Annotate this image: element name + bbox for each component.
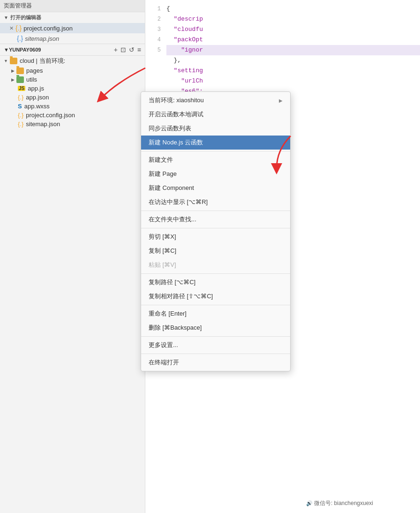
tree-label-pages: pages [26,67,43,74]
line-num-7 [145,66,166,76]
menu-item-copy[interactable]: 复制 [⌘C] [141,244,290,258]
line-num-3: 3 [145,24,166,35]
line-content-2: "descrip [166,14,420,24]
close-icon[interactable]: ✕ [9,25,14,31]
folder-icon-pages [16,68,24,74]
submenu-arrow-icon: ▶ [279,98,283,103]
line-num-2: 2 [145,14,166,24]
editor-item-sitemap[interactable]: {.} sitemap.json [0,33,145,44]
code-line-1: 1 { [145,4,420,14]
editor-item-project-config[interactable]: ✕ {.} project.config.json [0,23,145,33]
tree-label-utils: utils [26,76,37,83]
explorer-section: ▼ YUNPAY0609 + ⊡ ↺ ≡ ▼ cloud | 当前环境: ▶ [0,44,145,513]
new-file-icon[interactable]: + [114,46,118,53]
tree-item-sitemap[interactable]: {.} sitemap.json [0,120,145,128]
menu-item-copy-relative-path[interactable]: 复制相对路径 [⇧⌥⌘C] [141,289,290,303]
json-icon3: {.} [18,112,23,119]
json-blue-icon: {.} [17,35,23,42]
menu-item-paste[interactable]: 粘贴 [⌘V] [141,258,290,272]
code-line-8: "urlCh [145,76,420,86]
menu-item-sync-funcs-label: 同步云函数列表 [149,124,191,133]
tree-item-utils[interactable]: ▶ utils [0,75,145,84]
js-icon: JS [18,86,25,91]
tree-item-appjs[interactable]: JS app.js [0,84,145,93]
code-line-6: }, [145,55,420,66]
menu-item-delete-label: 删除 [⌘Backspace] [149,324,202,332]
folder-icon-utils [16,76,24,83]
tree-item-appjson[interactable]: {.} app.json [0,93,145,102]
menu-item-new-component-label: 新建 Component [149,184,194,192]
menu-section-3: 在文件夹中查找... [141,211,290,228]
menu-section-6: 重命名 [Enter] 删除 [⌘Backspace] [141,305,290,337]
open-editors-header[interactable]: ▼ 打开的编辑器 [0,12,145,23]
top-bar: 页面管理器 [0,0,145,12]
menu-item-new-nodejs[interactable]: 新建 Node.js 云函数 [141,136,290,150]
code-line-4: 4 "packOpt [145,35,420,45]
menu-item-enable-debug[interactable]: 开启云函数本地调试 [141,107,290,121]
line-content-4: "packOpt [166,35,420,45]
tree-item-pages[interactable]: ▶ pages [0,66,145,75]
menu-item-new-component[interactable]: 新建 Component [141,181,290,195]
tree-label-projectconfig: project.config.json [26,112,75,119]
menu-item-current-env-label: 当前环境: xiaoshitou [149,96,204,105]
line-num-5: 5 [145,45,166,55]
menu-item-more-settings-label: 更多设置... [149,341,178,349]
menu-section-7: 更多设置... [141,337,290,354]
line-num-8 [145,76,166,86]
menu-item-sync-funcs[interactable]: 同步云函数列表 [141,121,290,136]
line-content-6: }, [166,55,420,66]
menu-item-open-terminal-label: 在终端打开 [149,358,179,367]
menu-item-new-file-label: 新建文件 [149,156,173,164]
top-bar-title: 页面管理器 [4,2,32,9]
menu-item-new-file[interactable]: 新建文件 [141,153,290,167]
menu-item-cut-label: 剪切 [⌘X] [149,233,176,241]
menu-section-1: 当前环境: xiaoshitou ▶ 开启云函数本地调试 同步云函数列表 新建 … [141,92,290,151]
editor-filename: project.config.json [23,25,73,32]
context-menu: 当前环境: xiaoshitou ▶ 开启云函数本地调试 同步云函数列表 新建 … [141,91,291,371]
menu-item-new-page-label: 新建 Page [149,170,177,178]
menu-item-open-terminal[interactable]: 在终端打开 [141,355,290,370]
open-editors-section: ▼ 打开的编辑器 ✕ {.} project.config.json {.} s… [0,12,145,44]
tree-label-appjs: app.js [28,85,44,92]
menu-item-cut[interactable]: 剪切 [⌘X] [141,230,290,244]
menu-item-rename[interactable]: 重命名 [Enter] [141,307,290,321]
menu-item-more-settings[interactable]: 更多设置... [141,338,290,352]
menu-item-new-page[interactable]: 新建 Page [141,167,290,181]
tree-label-cloud: cloud | 当前环境: [20,57,65,65]
explorer-actions: + ⊡ ↺ ≡ [114,46,141,53]
open-editors-label: 打开的编辑器 [10,14,41,21]
tree-item-appwxss[interactable]: S app.wxss [0,102,145,111]
sidebar: 页面管理器 ▼ 打开的编辑器 ✕ {.} project.config.json… [0,0,145,513]
menu-item-current-env[interactable]: 当前环境: xiaoshitou ▶ [141,93,290,107]
code-line-5: 5 "ignor [145,45,420,55]
tree-item-projectconfig[interactable]: {.} project.config.json [0,111,145,120]
line-content-5: "ignor [166,45,420,55]
tree-label-sitemap: sitemap.json [26,121,60,128]
tree-label-appjson: app.json [26,94,49,101]
menu-item-reveal-finder[interactable]: 在访达中显示 [⌥⌘R] [141,195,290,209]
menu-item-copy-relative-path-label: 复制相对路径 [⇧⌥⌘C] [149,292,213,301]
yunpay-arrow: ▼ [4,47,9,53]
menu-section-5: 复制路径 [⌥⌘C] 复制相对路径 [⇧⌥⌘C] [141,274,290,305]
collapse-icon[interactable]: ≡ [137,46,141,53]
menu-item-copy-label: 复制 [⌘C] [149,247,176,255]
refresh-icon[interactable]: ↺ [129,46,135,53]
watermark-icon: 🔊 [306,500,313,506]
code-line-7: "setting [145,66,420,76]
menu-item-delete[interactable]: 删除 [⌘Backspace] [141,321,290,335]
menu-item-find-in-folder[interactable]: 在文件夹中查找... [141,212,290,226]
menu-item-copy-path-label: 复制路径 [⌥⌘C] [149,278,195,287]
line-num-4: 4 [145,35,166,45]
new-folder-icon[interactable]: ⊡ [120,46,126,53]
folder-icon-cloud [10,58,17,64]
menu-item-copy-path[interactable]: 复制路径 [⌥⌘C] [141,275,290,289]
json-icon2: {.} [18,94,23,101]
line-content-1: { [166,4,420,14]
menu-item-find-in-folder-label: 在文件夹中查找... [149,215,196,224]
tree-item-cloud[interactable]: ▼ cloud | 当前环境: [0,56,145,66]
menu-section-8: 在终端打开 [141,354,290,371]
line-num-1: 1 [145,4,166,14]
yunpay-title[interactable]: ▼ YUNPAY0609 [4,47,41,53]
line-num-6 [145,55,166,66]
tree-label-appwxss: app.wxss [24,103,50,110]
